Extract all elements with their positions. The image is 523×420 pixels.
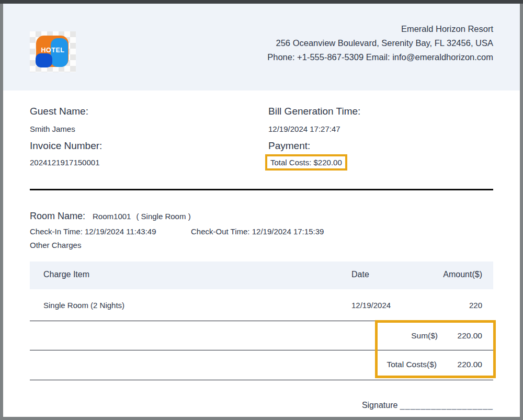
- charges-table-header: Charge Item Date Amount($): [30, 262, 493, 289]
- invoice-number-label: Invoice Number:: [30, 140, 102, 152]
- signature-label: Signature: [362, 401, 398, 410]
- totals-highlight-box: [375, 320, 496, 378]
- hotel-logo: HOTEL: [30, 31, 76, 72]
- section-divider: [30, 189, 493, 190]
- other-charges-label: Other Charges: [30, 241, 81, 249]
- column-header-charge-item: Charge Item: [43, 270, 89, 279]
- column-header-amount: Amount($): [443, 270, 482, 279]
- room-name-value: Room1001: [93, 212, 131, 221]
- room-type-value: ( Single Room ): [136, 212, 190, 221]
- signature-area: Signature __________________: [362, 401, 493, 410]
- guest-name-label: Guest Name:: [30, 106, 88, 117]
- logo-text: HOTEL: [30, 47, 76, 54]
- hotel-address: 256 Oceanview Boulevard, Serenity Bay, F…: [267, 36, 493, 50]
- signature-line: __________________: [400, 401, 493, 410]
- payment-total-highlight: Total Costs: $220.00: [265, 154, 347, 171]
- table-row-item: Single Room (2 Nights): [43, 301, 124, 310]
- room-name-line: Room Name:Room1001( Single Room ): [30, 211, 191, 222]
- invoice-page: HOTEL Emerald Horizon Resort 256 Oceanvi…: [0, 0, 523, 420]
- logo-darkblue-shape: [36, 53, 52, 67]
- hotel-contact: Phone: +1-555-867-5309 Email: info@emera…: [267, 50, 493, 64]
- table-row-date: 12/19/2024: [351, 301, 391, 310]
- hotel-info-block: Emerald Horizon Resort 256 Oceanview Bou…: [267, 22, 493, 64]
- room-name-label: Room Name:: [30, 211, 85, 221]
- payment-label: Payment:: [268, 140, 310, 152]
- bill-time-label: Bill Generation Time:: [268, 106, 360, 117]
- bill-time-value: 12/19/2024 17:27:47: [268, 124, 340, 133]
- table-row-amount: 220: [469, 301, 482, 310]
- column-header-date: Date: [351, 270, 369, 279]
- check-times-line: Check-In Time: 12/19/2024 11:43:49Check-…: [30, 227, 324, 236]
- window-frame-top: [0, 0, 523, 4]
- check-in-time: Check-In Time: 12/19/2024 11:43:49: [30, 227, 191, 236]
- check-out-time: Check-Out Time: 12/19/2024 17:15:39: [191, 227, 324, 236]
- hotel-name: Emerald Horizon Resort: [267, 22, 493, 36]
- table-rule-3: [30, 380, 493, 380]
- invoice-number-value: 2024121917150001: [30, 158, 99, 167]
- guest-name-value: Smith James: [30, 124, 75, 133]
